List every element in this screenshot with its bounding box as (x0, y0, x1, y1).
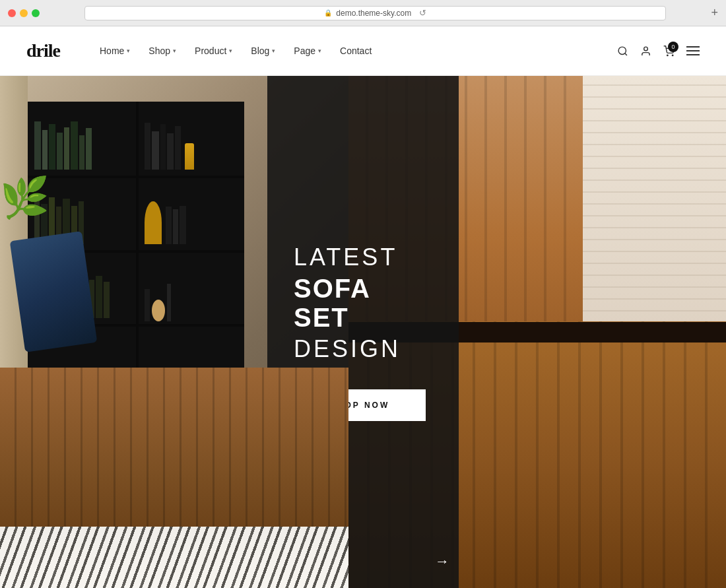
browser-chrome: 🔒 demo.theme-sky.com ↺ + (0, 0, 726, 26)
nav-item-product[interactable]: Product ▾ (195, 46, 232, 56)
search-button[interactable] (617, 46, 628, 57)
website-container: drile Home ▾ Shop ▾ Product ▾ Blog ▾ Pag… (0, 26, 726, 588)
chevron-down-icon: ▾ (173, 48, 176, 54)
svg-point-0 (618, 47, 626, 54)
svg-point-3 (667, 55, 668, 55)
nav-item-shop[interactable]: Shop ▾ (148, 46, 176, 56)
traffic-lights (8, 9, 40, 17)
cart-count-badge: 0 (668, 42, 678, 52)
svg-rect-7 (686, 54, 700, 55)
svg-point-4 (672, 55, 673, 55)
books-row-2 (145, 116, 238, 170)
shelf-objects (145, 268, 238, 321)
navbar: drile Home ▾ Shop ▾ Product ▾ Blog ▾ Pag… (0, 26, 726, 76)
chevron-down-icon: ▾ (127, 48, 130, 54)
nav-item-blog[interactable]: Blog ▾ (251, 46, 275, 56)
address-bar[interactable]: 🔒 demo.theme-sky.com ↺ (84, 6, 666, 20)
hero-title-bold-text: SOFA SET (294, 274, 432, 332)
hamburger-icon (686, 46, 700, 55)
nav-item-home[interactable]: Home ▾ (100, 46, 130, 56)
books-row-1 (34, 116, 131, 170)
hero-section: 🌿 (0, 76, 726, 588)
search-icon (617, 46, 628, 57)
shelf-row-1 (28, 176, 244, 178)
wall-behind-sofa (583, 76, 726, 358)
minimize-button[interactable] (20, 9, 28, 17)
floor-rug (0, 527, 348, 588)
slider-next-button[interactable]: → (429, 548, 455, 575)
user-account-button[interactable] (640, 46, 651, 57)
nav-links: Home ▾ Shop ▾ Product ▾ Blog ▾ Page ▾ Co… (100, 46, 617, 56)
close-button[interactable] (8, 9, 16, 17)
svg-rect-6 (686, 50, 700, 51)
user-icon (640, 46, 651, 57)
maximize-button[interactable] (32, 9, 40, 17)
lock-icon: 🔒 (324, 9, 332, 16)
hero-subtitle-text: LATEST (294, 243, 397, 271)
chevron-down-icon: ▾ (272, 48, 275, 54)
svg-line-1 (625, 53, 627, 55)
rug-pattern (0, 527, 348, 588)
nav-icons-group: 0 (617, 46, 700, 57)
new-tab-button[interactable]: + (711, 6, 718, 20)
cart-button[interactable]: 0 (663, 46, 675, 57)
plant-large: 🌿 (0, 178, 50, 218)
chevron-down-icon: ▾ (318, 48, 321, 54)
site-logo[interactable]: drile (26, 40, 60, 61)
svg-point-2 (644, 47, 648, 51)
hero-title-light-text: DESIGN (294, 335, 401, 363)
url-text: demo.theme-sky.com (336, 9, 411, 18)
nav-item-contact[interactable]: Contact (340, 46, 372, 56)
nav-item-page[interactable]: Page ▾ (294, 46, 321, 56)
refresh-icon[interactable]: ↺ (419, 8, 426, 18)
books-row-4 (145, 191, 238, 244)
chevron-down-icon: ▾ (229, 48, 232, 54)
menu-button[interactable] (686, 46, 700, 55)
svg-rect-5 (686, 46, 700, 48)
